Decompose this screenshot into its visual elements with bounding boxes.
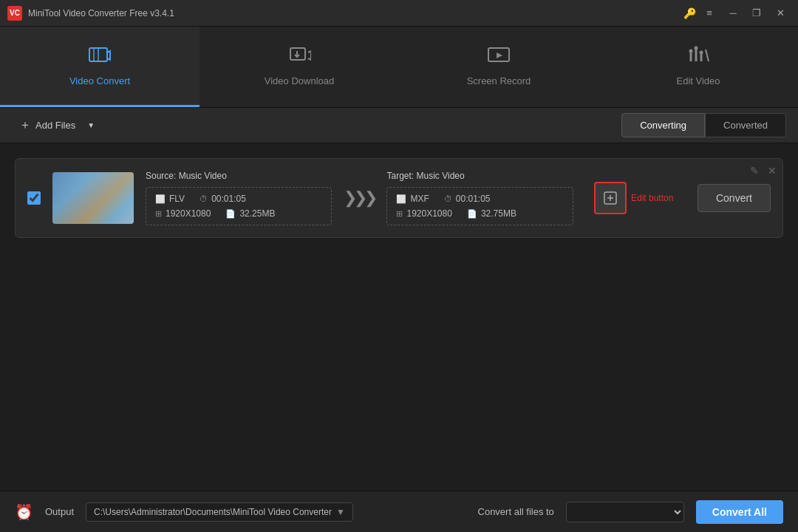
key-icon[interactable]: 🔑	[683, 7, 696, 19]
add-files-dropdown-button[interactable]: ▼	[83, 117, 99, 134]
tab-video-download[interactable]: Video Download	[200, 27, 399, 107]
minimize-button[interactable]: ─	[723, 5, 743, 21]
target-format-icon: ⬜	[396, 194, 406, 204]
video-download-icon	[287, 45, 311, 69]
tab-edit-video[interactable]: Edit Video	[598, 27, 798, 107]
app-logo: VC	[7, 6, 22, 21]
source-label: Source: Music Video	[146, 171, 332, 181]
source-meta-row-2: ⊞ 1920X1080 📄 32.25MB	[155, 208, 322, 219]
arrows-section: ❯❯❯	[332, 188, 386, 208]
edit-button-label: Edit button	[631, 193, 673, 203]
target-meta-box: ⬜ MXF ⏱ 00:01:05 ⊞ 1920X1080	[386, 187, 573, 225]
title-bar: VC MiniTool Video Converter Free v3.4.1 …	[0, 0, 798, 27]
edit-button[interactable]	[594, 182, 627, 214]
clock-icon: ⏱	[200, 194, 208, 203]
target-clock-icon: ⏱	[444, 194, 452, 203]
target-duration: ⏱ 00:01:05	[444, 194, 491, 204]
card-close-button[interactable]: ✕	[768, 165, 777, 177]
svg-point-12	[700, 51, 703, 55]
tab-converting[interactable]: Converting	[621, 113, 705, 137]
bottom-bar: ⏰ Output C:\Users\Administrator\Document…	[0, 491, 798, 532]
tab-video-convert[interactable]: Video Convert	[0, 27, 200, 107]
convert-all-label: Convert all files to	[478, 506, 554, 517]
tab-converted[interactable]: Converted	[705, 113, 786, 137]
sub-tabs: Converting Converted	[621, 113, 786, 137]
tab-edit-video-label: Edit Video	[676, 75, 720, 86]
edit-button-wrapper: Edit button	[594, 182, 627, 214]
file-info: Source: Music Video ⬜ FLV ⏱ 00:01:05	[146, 171, 573, 225]
resolution-icon: ⊞	[155, 209, 162, 219]
source-format: ⬜ FLV	[155, 194, 185, 204]
format-icon: ⬜	[155, 194, 166, 204]
source-section: Source: Music Video ⬜ FLV ⏱ 00:01:05	[146, 171, 332, 225]
target-format: ⬜ MXF	[396, 194, 429, 204]
screen-record-icon	[487, 45, 511, 69]
file-thumbnail	[52, 172, 134, 224]
add-icon: ＋	[19, 117, 31, 133]
convert-button[interactable]: Convert	[698, 184, 771, 212]
size-icon: 📄	[225, 209, 236, 219]
title-bar-left: VC MiniTool Video Converter Free v3.4.1	[7, 6, 174, 21]
svg-point-10	[689, 50, 693, 53]
convert-all-button[interactable]: Convert All	[696, 500, 783, 524]
add-files-label: Add Files	[35, 120, 75, 131]
menu-button[interactable]: ≡	[699, 5, 720, 21]
file-card: Source: Music Video ⬜ FLV ⏱ 00:01:05	[15, 158, 783, 238]
output-label: Output	[45, 506, 74, 517]
target-label: Target: Music Video	[386, 171, 573, 181]
source-meta-box: ⬜ FLV ⏱ 00:01:05 ⊞ 1920X1080	[146, 187, 332, 225]
restore-button[interactable]: ❐	[746, 5, 767, 21]
tab-screen-record-label: Screen Record	[467, 75, 531, 86]
target-size-icon: 📄	[467, 209, 477, 219]
output-path-text: C:\Users\Administrator\Documents\MiniToo…	[94, 507, 332, 517]
tab-video-convert-label: Video Convert	[69, 75, 130, 86]
source-size: 📄 32.25MB	[225, 208, 275, 219]
target-section: Target: Music Video ⬜ MXF ⏱ 00:01:05	[386, 171, 573, 225]
source-resolution: ⊞ 1920X1080	[155, 208, 211, 219]
clock-icon: ⏰	[15, 503, 33, 521]
video-convert-icon	[88, 45, 112, 69]
target-resolution: ⊞ 1920X1080	[396, 208, 451, 219]
file-checkbox[interactable]	[27, 191, 41, 205]
arrows-icon: ❯❯❯	[344, 188, 375, 208]
edit-video-icon	[686, 45, 710, 69]
svg-line-13	[706, 50, 709, 61]
svg-point-11	[695, 47, 698, 50]
svg-marker-6	[497, 52, 502, 58]
close-button[interactable]: ✕	[770, 5, 791, 21]
source-duration: ⏱ 00:01:05	[200, 194, 246, 204]
convert-all-files-select[interactable]	[566, 502, 684, 522]
app-title: MiniTool Video Converter Free v3.4.1	[28, 8, 174, 18]
source-meta-row-1: ⬜ FLV ⏱ 00:01:05	[155, 194, 322, 204]
tab-screen-record[interactable]: Screen Record	[399, 27, 598, 107]
output-path-button[interactable]: C:\Users\Administrator\Documents\MiniToo…	[86, 502, 353, 522]
title-bar-controls: 🔑 ≡ ─ ❐ ✕	[683, 5, 791, 21]
output-dropdown-icon: ▼	[336, 507, 345, 517]
target-meta-row-1: ⬜ MXF ⏱ 00:01:05	[396, 194, 563, 204]
target-size: 📄 32.75MB	[467, 208, 516, 219]
nav-tabs: Video Convert Video Download Screen Reco…	[0, 27, 798, 108]
target-meta-row-2: ⊞ 1920X1080 📄 32.75MB	[396, 208, 563, 219]
add-files-button[interactable]: ＋ Add Files	[12, 113, 83, 137]
sub-toolbar: ＋ Add Files ▼ Converting Converted	[0, 108, 798, 143]
target-resolution-icon: ⊞	[396, 209, 403, 219]
main-content: Source: Music Video ⬜ FLV ⏱ 00:01:05	[0, 143, 798, 253]
card-edit-icon[interactable]: ✎	[750, 165, 759, 177]
tab-video-download-label: Video Download	[265, 75, 334, 86]
